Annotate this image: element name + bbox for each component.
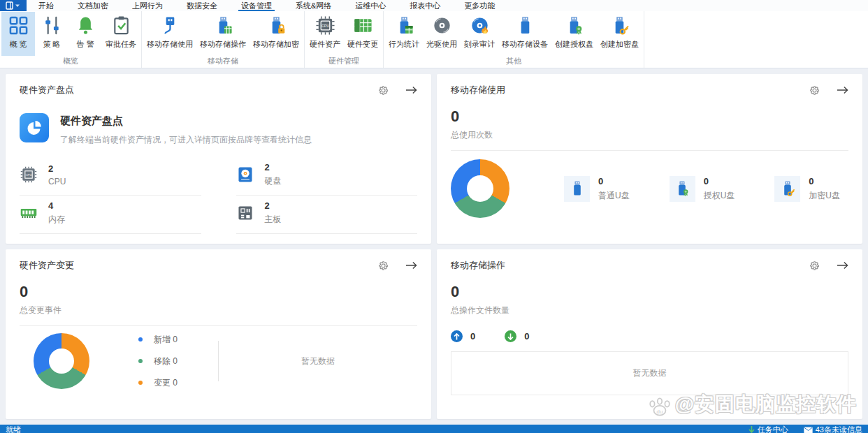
ribbon-group-removable-storage: 移动存储使用 移动存储操作 移动存储加密 移动存储 (142, 11, 305, 68)
menu-item-ops-center[interactable]: 运维中心 (343, 0, 398, 11)
ribbon-button-behavior-stats[interactable]: 行为统计 (385, 12, 423, 56)
ribbon-button-label: 移动存储操作 (200, 39, 246, 50)
ribbon-group-other: 行为统计 光驱使用 刻录审计 移动存储设备 (384, 11, 644, 68)
ribbon-group-label: 硬件管理 (305, 56, 383, 68)
ribbon-button-overview[interactable]: 概 览 (1, 12, 35, 56)
menu-item-data-security[interactable]: 数据安全 (175, 0, 229, 11)
menu-item-web-behavior[interactable]: 上网行为 (120, 0, 175, 11)
hard-disk-icon (236, 166, 254, 184)
stat-value: 2 (265, 200, 282, 211)
menu-item-start[interactable]: 开始 (27, 0, 66, 11)
upload-value: 0 (470, 331, 475, 342)
stat-motherboard: 2 主板 (236, 196, 418, 234)
ribbon-button-hardware-change[interactable]: 硬件变更 (344, 12, 382, 56)
hardware-change-icon (353, 15, 373, 36)
ribbon-button-label: 刻录审计 (464, 39, 495, 50)
card-hardware-inventory: 硬件资产盘点 硬件资产盘点 了解终端当前硬件资产情况，可进入详情页面按品牌等查看… (6, 74, 431, 244)
stat-cpu: CPU 2 CPU (20, 157, 201, 196)
stat-value: 0 (598, 176, 630, 186)
settings-gear-icon[interactable] (378, 85, 389, 96)
total-operation-count: 0 (451, 283, 848, 301)
open-detail-arrow-icon[interactable] (405, 261, 417, 270)
menu-item-more-features[interactable]: 更多功能 (452, 0, 507, 11)
ribbon-button-policy[interactable]: 策 略 (35, 12, 68, 56)
unread-messages-button[interactable]: 43条未读信息 (804, 425, 862, 433)
ribbon-button-create-authorized-disk[interactable]: 创建授权盘 (551, 12, 597, 56)
settings-gear-icon[interactable] (809, 260, 820, 271)
usb-plain-icon (569, 180, 586, 197)
ribbon-button-label: 移动存储设备 (502, 39, 548, 50)
dashboard-grid: 硬件资产盘点 硬件资产盘点 了解终端当前硬件资产情况，可进入详情页面按品牌等查看… (0, 68, 868, 425)
ribbon-button-storage-operation[interactable]: 移动存储操作 (196, 12, 249, 56)
ribbon-button-storage-device[interactable]: 移动存储设备 (498, 12, 551, 56)
menu-item-device-management[interactable]: 设备管理 (229, 0, 284, 11)
menu-item-report-center[interactable]: 报表中心 (398, 0, 452, 11)
ribbon-button-label: 移动存储加密 (253, 39, 299, 50)
ribbon-button-burn-audit[interactable]: 刻录审计 (461, 12, 498, 56)
open-detail-arrow-icon[interactable] (405, 86, 417, 94)
change-legend: 新增 0 移除 0 变更 0 (138, 334, 178, 389)
ribbon-button-label: 行为统计 (389, 39, 419, 50)
card-title: 硬件资产盘点 (20, 84, 74, 96)
ribbon-button-create-encrypted-disk[interactable]: 创建加密盘 (597, 12, 642, 56)
alert-bell-icon (75, 15, 96, 36)
stat-label: 内存 (48, 214, 65, 226)
overview-grid-icon (8, 15, 29, 36)
settings-gear-icon[interactable] (378, 260, 389, 271)
menu-item-system-network[interactable]: 系统&网络 (284, 0, 343, 11)
ribbon-button-label: 告 警 (76, 39, 94, 50)
unread-messages-label: 43条未读信息 (816, 425, 862, 433)
total-change-label: 总变更事件 (20, 304, 417, 316)
usb-authorized-icon (674, 180, 690, 197)
card-storage-usage: 移动存储使用 0 总使用次数 0 普通U盘 (437, 74, 862, 244)
no-data-text: 暂无数据 (633, 367, 667, 379)
ribbon-button-label: 光驱使用 (426, 39, 457, 50)
card-hardware-change: 硬件资产变更 0 总变更事件 新增 0 移除 (6, 249, 431, 419)
ribbon-button-approval-tasks[interactable]: 审批任务 (102, 12, 140, 56)
ribbon-group-hardware: CPU 硬件资产 硬件变更 硬件管理 (305, 11, 384, 68)
stat-value: 2 (48, 163, 66, 174)
usb-operation-icon (213, 15, 233, 36)
upload-count: 0 (451, 330, 475, 342)
ribbon-button-hardware-assets[interactable]: CPU 硬件资产 (306, 12, 344, 56)
download-count: 0 (505, 330, 529, 342)
task-download-icon (748, 426, 755, 433)
disc-usage-icon (432, 15, 452, 36)
open-detail-arrow-icon[interactable] (837, 261, 848, 270)
hero-description: 了解终端当前硬件资产情况，可进入详情页面按品牌等查看统计信息 (60, 134, 312, 146)
pie-chart-icon (20, 113, 49, 142)
ribbon-button-alert[interactable]: 告 警 (68, 12, 102, 56)
stat-label: 主板 (265, 214, 282, 226)
open-detail-arrow-icon[interactable] (837, 86, 848, 94)
ribbon-button-label: 硬件资产 (310, 39, 340, 50)
stat-authorized-usb: 0 授权U盘 (670, 176, 735, 202)
ribbon-button-label: 创建授权盘 (555, 39, 593, 50)
menu-item-doc-encryption[interactable]: 文档加密 (66, 0, 120, 11)
stat-memory: 4 内存 (20, 196, 201, 234)
stat-value: 2 (265, 162, 282, 173)
card-title: 移动存储操作 (451, 259, 505, 272)
stat-hard-disk: 2 硬盘 (236, 157, 418, 196)
legend-item-removed: 移除 0 (138, 355, 178, 367)
total-operation-label: 总操作文件数量 (451, 304, 848, 316)
menu-bar: 开始 文档加密 上网行为 数据安全 设备管理 系统&网络 运维中心 报表中心 更… (0, 0, 868, 11)
ribbon-button-storage-usage[interactable]: 移动存储使用 (143, 12, 196, 56)
download-arrow-icon (505, 330, 516, 342)
stat-label: CPU (48, 177, 66, 186)
usb-usage-icon (160, 15, 180, 36)
memory-ram-icon (20, 204, 38, 222)
task-center-button[interactable]: 任务中心 (748, 425, 788, 433)
ribbon-button-disc-usage[interactable]: 光驱使用 (423, 12, 461, 56)
status-bar: 就绪 任务中心 43条未读信息 (0, 425, 868, 433)
legend-dot (138, 381, 143, 385)
ribbon-button-label: 创建加密盘 (600, 39, 639, 50)
ribbon-button-storage-encryption[interactable]: 移动存储加密 (249, 12, 303, 56)
stat-value: 0 (809, 176, 840, 186)
legend-label: 移除 0 (154, 355, 178, 367)
task-center-label: 任务中心 (758, 425, 788, 433)
settings-gear-icon[interactable] (809, 85, 820, 96)
legend-label: 变更 0 (154, 377, 178, 389)
no-data-text: 暂无数据 (219, 355, 417, 367)
app-menu-button[interactable] (0, 0, 27, 11)
usb-device-icon (515, 15, 535, 36)
